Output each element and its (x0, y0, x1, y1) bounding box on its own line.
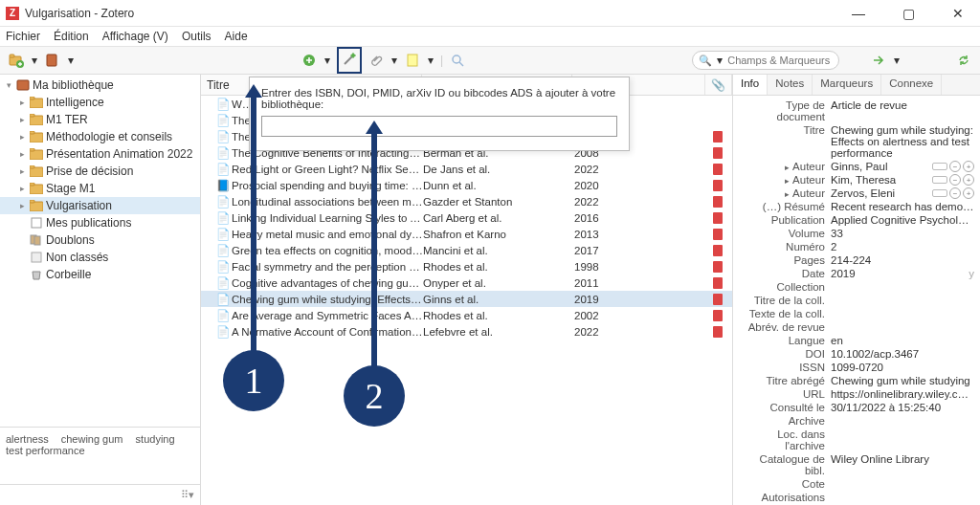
item-row[interactable]: 📄Facial symmetry and the perception of b… (201, 258, 732, 274)
meta-value[interactable]: en (831, 335, 974, 346)
remove-author-icon[interactable]: − (949, 187, 961, 199)
twisty-icon[interactable] (17, 184, 27, 193)
meta-value[interactable]: 30/11/2022 à 15:25:40 (831, 402, 974, 413)
new-collection-icon[interactable] (8, 52, 25, 69)
quick-search[interactable]: 🔍 ▾ (692, 51, 839, 70)
caret-icon[interactable]: ▾ (67, 56, 75, 64)
add-by-identifier-button-highlighted[interactable] (337, 47, 362, 74)
menu-help[interactable]: Aide (225, 30, 248, 43)
tab-notes[interactable]: Notes (768, 75, 813, 95)
item-row[interactable]: 📄Are Average and Symmetric Faces Attract… (201, 307, 732, 323)
twisty-icon[interactable] (17, 115, 27, 124)
tab-info[interactable]: Info (733, 75, 768, 95)
tree-row[interactable]: Présentation Animation 2022 (0, 145, 200, 163)
item-row[interactable]: 📄Heavy metal music and emotional dysphor… (201, 226, 732, 242)
meta-value[interactable]: 2 (831, 241, 974, 252)
tree-row[interactable]: Prise de décision (0, 163, 200, 180)
meta-value[interactable]: https://onlinelibrary.wiley.com/doi/… (831, 388, 974, 400)
twisty-icon[interactable] (4, 80, 13, 90)
note-icon[interactable] (404, 52, 421, 69)
meta-value[interactable]: 214-224 (831, 254, 974, 266)
item-row[interactable]: 📄Red Light or Green Light? Netflix Serie… (201, 161, 732, 177)
tree-row[interactable]: Ma bibliothèque (0, 77, 200, 94)
twisty-icon[interactable] (17, 201, 27, 210)
tag-item[interactable]: alertness (6, 433, 49, 445)
tag-item[interactable]: test performance (6, 445, 85, 456)
column-attachment[interactable]: 📎 (705, 75, 732, 95)
item-row[interactable]: 📄Chewing gum while studying: Effects on … (201, 291, 732, 307)
meta-value[interactable]: Kim, Theresa (831, 174, 932, 186)
meta-value[interactable]: Wiley Online Library (831, 453, 974, 465)
identifier-input[interactable] (261, 116, 617, 137)
menu-file[interactable]: Fichier (6, 30, 40, 43)
swap-icon[interactable] (932, 163, 947, 170)
meta-value[interactable]: Article de revue (831, 99, 974, 111)
item-list[interactable]: 📄W…📄The…📄The…📄The Cognitive Benefits of … (201, 96, 732, 505)
tag-menu-icon[interactable]: ⠿▾ (181, 489, 194, 501)
caret-icon[interactable]: ▾ (427, 56, 434, 64)
collections-tree[interactable]: Ma bibliothèqueIntelligenceM1 TERMéthodo… (0, 75, 200, 427)
caret-icon[interactable]: ▾ (323, 56, 331, 64)
tag-item[interactable]: chewing gum (61, 433, 123, 445)
meta-value[interactable]: 1099-0720 (831, 362, 974, 373)
swap-icon[interactable] (932, 189, 947, 197)
meta-value[interactable]: Chewing gum while studying (831, 375, 974, 386)
new-item-icon[interactable] (301, 52, 318, 69)
caret-icon[interactable]: ▾ (716, 56, 724, 64)
tab-related[interactable]: Connexe (881, 75, 942, 95)
twisty-icon[interactable] (17, 149, 27, 159)
menu-edit[interactable]: Édition (54, 30, 89, 43)
add-author-icon[interactable]: + (963, 161, 974, 172)
meta-value[interactable]: 33 (831, 228, 974, 239)
menu-tools[interactable]: Outils (182, 30, 212, 43)
tree-row[interactable]: M1 TER (0, 111, 200, 128)
search-icon[interactable] (449, 52, 466, 69)
add-author-icon[interactable]: + (963, 174, 974, 186)
tree-row[interactable]: Doublons (0, 231, 200, 249)
twisty-icon[interactable] (17, 132, 27, 142)
menu-view[interactable]: Affichage (V) (102, 30, 168, 43)
swap-icon[interactable] (932, 176, 947, 184)
collections-sidebar: Ma bibliothèqueIntelligenceM1 TERMéthodo… (0, 75, 201, 505)
add-author-icon[interactable]: + (963, 187, 974, 199)
new-library-icon[interactable] (44, 52, 61, 69)
sync-icon[interactable] (955, 52, 972, 69)
item-row[interactable]: 📄A Normative Account of Confirmation Bia… (201, 323, 732, 340)
meta-value[interactable]: 2019 (831, 268, 963, 279)
meta-value[interactable]: Chewing gum while studying: Effects on a… (831, 124, 974, 159)
item-row[interactable]: 📄Cognitive advantages of chewing gum. No… (201, 274, 732, 291)
caret-icon[interactable]: ▾ (893, 56, 901, 64)
tree-row[interactable]: Corbeille (0, 266, 200, 283)
meta-value[interactable]: Ginns, Paul (831, 161, 932, 172)
item-row[interactable]: 📄Longitudinal associations between mindf… (201, 193, 732, 209)
remove-author-icon[interactable]: − (949, 174, 961, 186)
tab-tags[interactable]: Marqueurs (813, 75, 881, 95)
tree-row[interactable]: Vulgarisation (0, 197, 200, 214)
item-row[interactable]: 📄Linking Individual Learning Styles to A… (201, 209, 732, 226)
tree-row[interactable]: Mes publications (0, 214, 200, 231)
meta-value[interactable]: Zervos, Eleni (831, 187, 932, 199)
caret-icon[interactable]: ▾ (31, 56, 38, 64)
item-row[interactable]: 📘Prosocial spending and buying time: Mon… (201, 177, 732, 193)
tag-item[interactable]: studying (136, 433, 175, 445)
tree-row[interactable]: Non classés (0, 249, 200, 266)
meta-value[interactable]: 10.1002/acp.3467 (831, 348, 974, 360)
maximize-button[interactable]: ▢ (892, 6, 924, 21)
minimize-button[interactable]: — (842, 6, 875, 21)
twisty-icon[interactable] (17, 98, 27, 107)
annotation-marker-1: 1 (223, 350, 284, 411)
remove-author-icon[interactable]: − (949, 161, 961, 172)
tree-row[interactable]: Stage M1 (0, 180, 200, 197)
twisty-icon[interactable] (17, 166, 27, 176)
quick-search-input[interactable] (727, 53, 833, 68)
close-button[interactable]: ✕ (942, 6, 974, 21)
meta-value[interactable]: Applied Cognitive Psychology (831, 214, 974, 226)
attachment-icon[interactable] (368, 52, 385, 69)
locate-icon[interactable] (870, 52, 887, 69)
item-row[interactable]: 📄Green tea effects on cognition, mood an… (201, 242, 732, 258)
tag-selector[interactable]: alertness chewing gum studying test perf… (0, 427, 200, 484)
meta-value[interactable]: Recent research has demonstrated … (831, 201, 974, 212)
caret-icon[interactable]: ▾ (390, 56, 398, 64)
tree-row[interactable]: Intelligence (0, 94, 200, 111)
tree-row[interactable]: Méthodologie et conseils (0, 128, 200, 145)
